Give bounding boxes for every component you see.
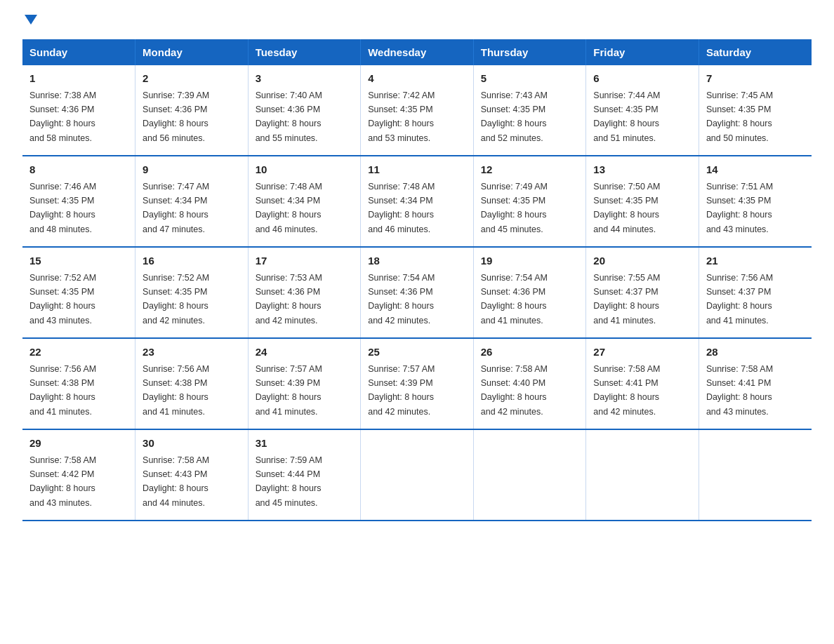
- calendar-cell: 10 Sunrise: 7:48 AMSunset: 4:34 PMDaylig…: [248, 156, 361, 247]
- day-info: Sunrise: 7:39 AMSunset: 4:36 PMDaylight:…: [143, 90, 209, 143]
- day-info: Sunrise: 7:58 AMSunset: 4:41 PMDaylight:…: [706, 364, 773, 417]
- calendar-week-row: 15 Sunrise: 7:52 AMSunset: 4:35 PMDaylig…: [22, 247, 812, 338]
- day-number: 28: [706, 344, 805, 361]
- calendar-week-row: 8 Sunrise: 7:46 AMSunset: 4:35 PMDayligh…: [22, 156, 812, 247]
- day-number: 19: [481, 253, 579, 269]
- day-number: 18: [368, 253, 466, 269]
- calendar-cell: 11 Sunrise: 7:48 AMSunset: 4:34 PMDaylig…: [361, 156, 474, 247]
- day-number: 20: [593, 253, 691, 269]
- day-number: 12: [481, 162, 579, 178]
- column-header-monday: Monday: [135, 39, 249, 65]
- calendar-cell: [586, 429, 699, 521]
- day-info: Sunrise: 7:51 AMSunset: 4:35 PMDaylight:…: [706, 182, 773, 234]
- day-number: 15: [29, 253, 128, 269]
- day-info: Sunrise: 7:59 AMSunset: 4:44 PMDaylight:…: [256, 455, 322, 508]
- calendar-cell: 29 Sunrise: 7:58 AMSunset: 4:42 PMDaylig…: [22, 429, 135, 521]
- day-number: 10: [256, 162, 354, 178]
- calendar-cell: 31 Sunrise: 7:59 AMSunset: 4:44 PMDaylig…: [248, 429, 361, 521]
- day-number: 6: [593, 71, 691, 87]
- day-number: 17: [256, 253, 354, 269]
- calendar-cell: 30 Sunrise: 7:58 AMSunset: 4:43 PMDaylig…: [135, 429, 249, 521]
- calendar-header-row: SundayMondayTuesdayWednesdayThursdayFrid…: [22, 39, 812, 65]
- calendar-cell: [699, 429, 812, 521]
- calendar-cell: 13 Sunrise: 7:50 AMSunset: 4:35 PMDaylig…: [586, 156, 699, 247]
- calendar-week-row: 29 Sunrise: 7:58 AMSunset: 4:42 PMDaylig…: [22, 429, 812, 521]
- calendar-cell: 15 Sunrise: 7:52 AMSunset: 4:35 PMDaylig…: [22, 247, 135, 338]
- day-number: 16: [143, 253, 241, 269]
- day-number: 31: [256, 436, 354, 452]
- calendar-cell: 23 Sunrise: 7:56 AMSunset: 4:38 PMDaylig…: [135, 338, 249, 429]
- day-info: Sunrise: 7:52 AMSunset: 4:35 PMDaylight:…: [29, 273, 96, 326]
- calendar-cell: 17 Sunrise: 7:53 AMSunset: 4:36 PMDaylig…: [248, 247, 361, 338]
- logo: [22, 17, 37, 27]
- calendar-cell: 24 Sunrise: 7:57 AMSunset: 4:39 PMDaylig…: [248, 338, 361, 429]
- day-info: Sunrise: 7:54 AMSunset: 4:36 PMDaylight:…: [481, 273, 548, 326]
- calendar-cell: 12 Sunrise: 7:49 AMSunset: 4:35 PMDaylig…: [473, 156, 586, 247]
- day-info: Sunrise: 7:42 AMSunset: 4:35 PMDaylight:…: [368, 90, 435, 143]
- day-info: Sunrise: 7:46 AMSunset: 4:35 PMDaylight:…: [29, 182, 96, 234]
- column-header-saturday: Saturday: [699, 39, 812, 65]
- calendar-cell: 28 Sunrise: 7:58 AMSunset: 4:41 PMDaylig…: [699, 338, 812, 429]
- day-info: Sunrise: 7:52 AMSunset: 4:35 PMDaylight:…: [143, 273, 209, 326]
- day-number: 25: [368, 344, 466, 361]
- day-info: Sunrise: 7:56 AMSunset: 4:38 PMDaylight:…: [143, 364, 209, 417]
- calendar-table: SundayMondayTuesdayWednesdayThursdayFrid…: [22, 39, 812, 521]
- calendar-cell: 7 Sunrise: 7:45 AMSunset: 4:35 PMDayligh…: [699, 65, 812, 156]
- day-info: Sunrise: 7:55 AMSunset: 4:37 PMDaylight:…: [593, 273, 660, 326]
- day-number: 4: [368, 71, 466, 87]
- column-header-thursday: Thursday: [473, 39, 586, 65]
- day-number: 27: [593, 344, 691, 361]
- calendar-week-row: 1 Sunrise: 7:38 AMSunset: 4:36 PMDayligh…: [22, 65, 812, 156]
- day-info: Sunrise: 7:54 AMSunset: 4:36 PMDaylight:…: [368, 273, 435, 326]
- calendar-cell: 18 Sunrise: 7:54 AMSunset: 4:36 PMDaylig…: [361, 247, 474, 338]
- day-number: 24: [256, 344, 354, 361]
- calendar-cell: [361, 429, 474, 521]
- day-info: Sunrise: 7:58 AMSunset: 4:41 PMDaylight:…: [593, 364, 660, 417]
- calendar-cell: 20 Sunrise: 7:55 AMSunset: 4:37 PMDaylig…: [586, 247, 699, 338]
- day-info: Sunrise: 7:38 AMSunset: 4:36 PMDaylight:…: [29, 90, 96, 143]
- logo-triangle-icon: [25, 15, 37, 25]
- calendar-cell: 22 Sunrise: 7:56 AMSunset: 4:38 PMDaylig…: [22, 338, 135, 429]
- day-info: Sunrise: 7:56 AMSunset: 4:37 PMDaylight:…: [706, 273, 773, 326]
- day-number: 29: [29, 436, 128, 452]
- calendar-cell: 9 Sunrise: 7:47 AMSunset: 4:34 PMDayligh…: [135, 156, 249, 247]
- day-number: 1: [29, 71, 128, 87]
- day-info: Sunrise: 7:47 AMSunset: 4:34 PMDaylight:…: [143, 182, 209, 234]
- day-info: Sunrise: 7:45 AMSunset: 4:35 PMDaylight:…: [706, 90, 773, 143]
- calendar-cell: [473, 429, 586, 521]
- calendar-cell: 14 Sunrise: 7:51 AMSunset: 4:35 PMDaylig…: [699, 156, 812, 247]
- calendar-cell: 16 Sunrise: 7:52 AMSunset: 4:35 PMDaylig…: [135, 247, 249, 338]
- day-number: 7: [706, 71, 805, 87]
- day-info: Sunrise: 7:48 AMSunset: 4:34 PMDaylight:…: [368, 182, 435, 234]
- calendar-cell: 2 Sunrise: 7:39 AMSunset: 4:36 PMDayligh…: [135, 65, 249, 156]
- calendar-cell: 5 Sunrise: 7:43 AMSunset: 4:35 PMDayligh…: [473, 65, 586, 156]
- day-number: 26: [481, 344, 579, 361]
- calendar-cell: 1 Sunrise: 7:38 AMSunset: 4:36 PMDayligh…: [22, 65, 135, 156]
- day-number: 23: [143, 344, 241, 361]
- calendar-week-row: 22 Sunrise: 7:56 AMSunset: 4:38 PMDaylig…: [22, 338, 812, 429]
- calendar-cell: 21 Sunrise: 7:56 AMSunset: 4:37 PMDaylig…: [699, 247, 812, 338]
- day-info: Sunrise: 7:40 AMSunset: 4:36 PMDaylight:…: [256, 90, 322, 143]
- page-header: [22, 17, 812, 27]
- day-number: 30: [143, 436, 241, 452]
- day-number: 13: [593, 162, 691, 178]
- day-number: 3: [256, 71, 354, 87]
- calendar-cell: 26 Sunrise: 7:58 AMSunset: 4:40 PMDaylig…: [473, 338, 586, 429]
- day-info: Sunrise: 7:49 AMSunset: 4:35 PMDaylight:…: [481, 182, 548, 234]
- day-info: Sunrise: 7:57 AMSunset: 4:39 PMDaylight:…: [256, 364, 322, 417]
- day-info: Sunrise: 7:43 AMSunset: 4:35 PMDaylight:…: [481, 90, 548, 143]
- day-info: Sunrise: 7:48 AMSunset: 4:34 PMDaylight:…: [256, 182, 322, 234]
- day-info: Sunrise: 7:58 AMSunset: 4:43 PMDaylight:…: [143, 455, 209, 508]
- day-info: Sunrise: 7:57 AMSunset: 4:39 PMDaylight:…: [368, 364, 435, 417]
- day-info: Sunrise: 7:58 AMSunset: 4:40 PMDaylight:…: [481, 364, 548, 417]
- day-number: 21: [706, 253, 805, 269]
- day-info: Sunrise: 7:44 AMSunset: 4:35 PMDaylight:…: [593, 90, 660, 143]
- calendar-cell: 19 Sunrise: 7:54 AMSunset: 4:36 PMDaylig…: [473, 247, 586, 338]
- day-number: 14: [706, 162, 805, 178]
- column-header-sunday: Sunday: [22, 39, 135, 65]
- day-info: Sunrise: 7:56 AMSunset: 4:38 PMDaylight:…: [29, 364, 96, 417]
- day-number: 9: [143, 162, 241, 178]
- day-number: 11: [368, 162, 466, 178]
- calendar-cell: 27 Sunrise: 7:58 AMSunset: 4:41 PMDaylig…: [586, 338, 699, 429]
- calendar-cell: 25 Sunrise: 7:57 AMSunset: 4:39 PMDaylig…: [361, 338, 474, 429]
